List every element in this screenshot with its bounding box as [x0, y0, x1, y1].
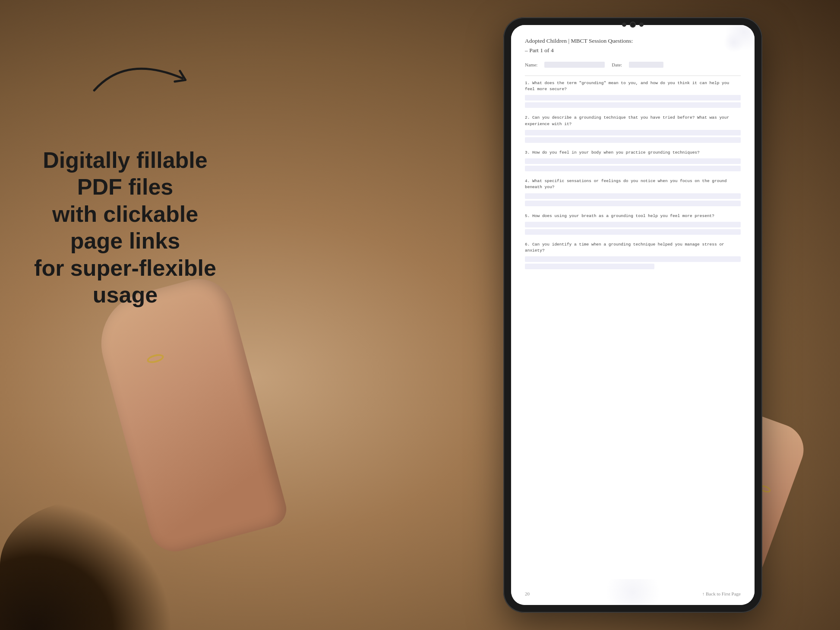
tablet-device: Adopted Children | MBCT Session Question…: [503, 17, 762, 613]
camera-dot-center: [630, 22, 636, 28]
question-5-text: 5. How does using your breath as a groun…: [525, 213, 741, 219]
question-3: 3. How do you feel in your body when you…: [525, 150, 741, 171]
date-label: Date:: [612, 62, 622, 67]
question-1-answer[interactable]: [525, 95, 741, 108]
question-4-text: 4. What specific sensations or feelings …: [525, 178, 741, 191]
answer-line[interactable]: [525, 130, 741, 135]
question-5: 5. How does using your breath as a groun…: [525, 213, 741, 235]
answer-line[interactable]: [525, 229, 741, 235]
question-3-answer[interactable]: [525, 158, 741, 171]
question-6-text: 6. Can you identify a time when a ground…: [525, 242, 741, 254]
answer-line[interactable]: [525, 95, 741, 101]
answer-line[interactable]: [525, 222, 741, 227]
promo-heading: Digitally fillable PDF files with clicka…: [26, 147, 224, 308]
camera-dot-right: [639, 22, 644, 27]
arrow-icon: [77, 20, 216, 135]
camera-dot-left: [622, 22, 626, 27]
separator-line: [525, 76, 741, 76]
tablet-frame: Adopted Children | MBCT Session Question…: [503, 17, 762, 613]
question-4: 4. What specific sensations or feelings …: [525, 178, 741, 206]
name-input-field[interactable]: [544, 62, 605, 68]
arrow-container: [86, 35, 207, 123]
promo-text-block: Digitally fillable PDF files with clicka…: [26, 147, 224, 308]
question-5-answer[interactable]: [525, 222, 741, 235]
back-to-first-page-link[interactable]: ↑ Back to First Page: [702, 591, 741, 596]
answer-line[interactable]: [525, 193, 741, 199]
answer-line[interactable]: [525, 256, 741, 262]
tablet-screen: Adopted Children | MBCT Session Question…: [511, 25, 755, 605]
question-2: 2. Can you describe a grounding techniqu…: [525, 115, 741, 143]
question-2-text: 2. Can you describe a grounding techniqu…: [525, 115, 741, 127]
answer-line[interactable]: [525, 201, 741, 206]
pdf-decoration-bottom: [590, 579, 676, 605]
name-date-row: Name: Date:: [525, 62, 741, 68]
answer-line[interactable]: [525, 158, 741, 164]
question-1: 1. What does the term "grounding" mean t…: [525, 80, 741, 108]
pdf-page: Adopted Children | MBCT Session Question…: [511, 25, 755, 605]
camera-area: [622, 22, 644, 28]
answer-line[interactable]: [525, 166, 741, 171]
question-3-text: 3. How do you feel in your body when you…: [525, 150, 741, 156]
question-4-answer[interactable]: [525, 193, 741, 206]
pdf-decoration-top: [703, 25, 755, 60]
page-number: 20: [525, 591, 530, 596]
question-6: 6. Can you identify a time when a ground…: [525, 242, 741, 270]
name-label: Name:: [525, 62, 537, 67]
question-1-text: 1. What does the term "grounding" mean t…: [525, 80, 741, 93]
answer-line[interactable]: [525, 264, 654, 269]
question-2-answer[interactable]: [525, 130, 741, 143]
answer-line[interactable]: [525, 137, 741, 143]
date-input-field[interactable]: [629, 62, 663, 68]
answer-line[interactable]: [525, 102, 741, 108]
question-6-answer[interactable]: [525, 256, 741, 269]
